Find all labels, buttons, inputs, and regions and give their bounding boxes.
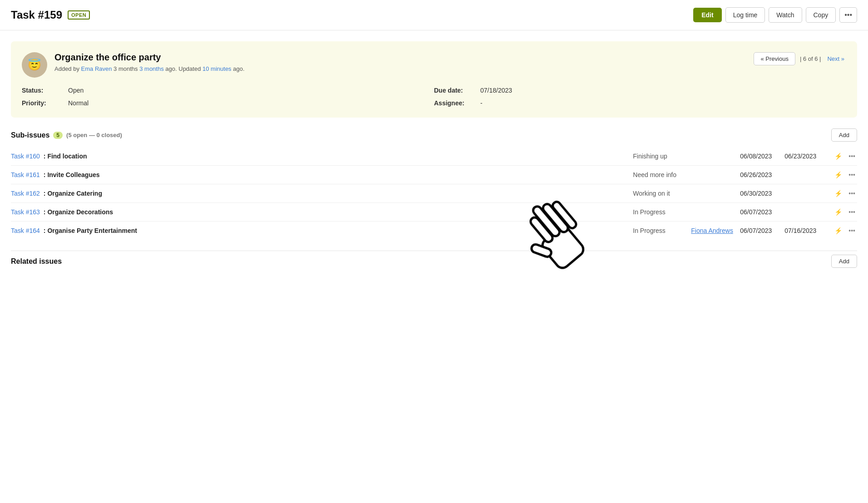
assignee-row: Assignee: - — [434, 99, 846, 107]
assignee-label: Assignee: — [434, 99, 475, 107]
more-icon: ••• — [844, 11, 852, 19]
sub-issue-title: : Find location — [44, 153, 87, 160]
link-icon: ⚡ — [834, 190, 842, 197]
sub-issue-status: Finishing up — [633, 153, 687, 160]
author-link[interactable]: Ema Raven — [81, 65, 112, 72]
sub-issue-link-icon[interactable]: ⚡ — [833, 207, 844, 217]
task-meta: Added by Ema Raven 3 months 3 months ago… — [54, 65, 245, 72]
sub-issues-header: Sub-issues 5 (5 open — 0 closed) Add — [11, 128, 857, 142]
previous-button[interactable]: « Previous — [754, 52, 795, 65]
sub-issue-title: : Organize Decorations — [44, 208, 113, 216]
sub-issue-link-icon[interactable]: ⚡ — [833, 152, 844, 161]
added-ago-link[interactable]: 3 months — [139, 65, 163, 72]
priority-value: Normal — [68, 99, 89, 107]
add-sub-issue-button[interactable]: Add — [831, 128, 857, 142]
more-icon: ••• — [848, 153, 855, 160]
sub-issue-link-icon[interactable]: ⚡ — [833, 226, 844, 235]
add-related-issue-button[interactable]: Add — [831, 255, 857, 268]
sub-issue-id-link[interactable]: Task #163 — [11, 208, 40, 216]
more-icon: ••• — [848, 190, 855, 197]
header-actions: Edit Log time Watch Copy ••• — [693, 7, 857, 23]
task-name: Organize the office party — [54, 52, 245, 63]
list-item: Task #160 : Find location Finishing up 0… — [11, 147, 857, 166]
link-icon: ⚡ — [834, 171, 842, 178]
added-ago: 3 months — [113, 65, 138, 72]
related-issues-header: Related issues Add — [11, 255, 857, 268]
updated-suffix: ago. — [233, 65, 244, 72]
task-name-area: Organize the office party Added by Ema R… — [54, 52, 245, 72]
sub-issue-more-button[interactable]: ••• — [847, 226, 857, 235]
nav-separator: | — [800, 55, 803, 62]
task-info-left: 😇 Organize the office party Added by Ema… — [22, 52, 245, 78]
more-icon: ••• — [848, 208, 855, 216]
link-icon: ⚡ — [834, 227, 842, 234]
sub-issue-more-button[interactable]: ••• — [847, 189, 857, 198]
sub-issue-title: : Organise Party Entertainment — [44, 227, 137, 234]
status-label: Status: — [22, 87, 63, 94]
task-info-card: 😇 Organize the office party Added by Ema… — [11, 41, 857, 118]
sub-issue-status: In Progress — [633, 227, 687, 234]
sub-issue-start-date: 06/26/2023 — [740, 171, 781, 178]
sub-issue-more-button[interactable]: ••• — [847, 170, 857, 179]
sub-issue-start-date: 06/07/2023 — [740, 208, 781, 216]
header-left: Task #159 OPEN — [11, 9, 90, 21]
due-date-label: Due date: — [434, 87, 475, 94]
task-navigation: « Previous | 6 of 6 | Next » — [754, 52, 846, 65]
sub-issue-actions: ⚡ ••• — [833, 152, 857, 161]
sub-issue-id-link[interactable]: Task #160 — [11, 153, 40, 160]
link-icon: ⚡ — [834, 153, 842, 160]
log-time-button[interactable]: Log time — [725, 7, 765, 23]
more-options-button[interactable]: ••• — [839, 7, 857, 23]
sub-issue-link-icon[interactable]: ⚡ — [833, 170, 844, 179]
sub-issue-title: : Organize Catering — [44, 190, 102, 197]
sub-issue-due-date: 06/23/2023 — [784, 153, 825, 160]
sub-issue-title: : Invite Colleagues — [44, 171, 100, 178]
list-item: Task #162 : Organize Catering Working on… — [11, 184, 857, 203]
page-header: Task #159 OPEN Edit Log time Watch Copy … — [0, 0, 868, 30]
next-link[interactable]: Next » — [825, 55, 846, 62]
sub-issue-more-button[interactable]: ••• — [847, 207, 857, 217]
link-icon: ⚡ — [834, 208, 842, 216]
sub-issue-due-date: 07/16/2023 — [784, 227, 825, 234]
updated-ago-link[interactable]: 10 minutes — [202, 65, 232, 72]
task-info-header: 😇 Organize the office party Added by Ema… — [22, 52, 846, 78]
related-issues-section: Related issues Add — [11, 255, 857, 268]
updated-prefix: ago. Updated — [165, 65, 202, 72]
sub-issue-status: Need more info — [633, 171, 687, 178]
sub-issue-status: Working on it — [633, 190, 687, 197]
more-icon: ••• — [848, 171, 855, 178]
list-item: Task #163 : Organize Decorations In Prog… — [11, 203, 857, 222]
related-issues-title: Related issues — [11, 257, 62, 266]
watch-button[interactable]: Watch — [769, 7, 802, 23]
sub-issue-actions: ⚡ ••• — [833, 226, 857, 235]
sub-issue-id-link[interactable]: Task #162 — [11, 190, 40, 197]
added-by-prefix: Added by — [54, 65, 79, 72]
sub-issue-status: In Progress — [633, 208, 687, 216]
sub-issues-meta: (5 open — 0 closed) — [66, 132, 122, 138]
avatar: 😇 — [22, 52, 47, 78]
task-details: Status: Open Due date: 07/18/2023 Priori… — [22, 87, 846, 107]
section-divider — [11, 251, 857, 251]
status-row: Status: Open — [22, 87, 434, 94]
nav-separator2: | — [818, 55, 821, 62]
sub-issue-id-link[interactable]: Task #161 — [11, 171, 40, 178]
sub-issues-count: 5 — [53, 132, 63, 139]
sub-issue-assignee-link[interactable]: Fiona Andrews — [691, 227, 736, 234]
sub-issue-id-link[interactable]: Task #164 — [11, 227, 40, 234]
sub-issues-section: Sub-issues 5 (5 open — 0 closed) Add Tas… — [11, 128, 857, 240]
sub-issue-actions: ⚡ ••• — [833, 189, 857, 198]
main-content: 😇 Organize the office party Added by Ema… — [0, 30, 868, 284]
edit-button[interactable]: Edit — [693, 8, 721, 22]
due-date-value: 07/18/2023 — [480, 87, 512, 94]
copy-button[interactable]: Copy — [806, 7, 836, 23]
status-badge: OPEN — [68, 10, 90, 20]
sub-issue-actions: ⚡ ••• — [833, 170, 857, 179]
sub-issues-list: Task #160 : Find location Finishing up 0… — [11, 147, 857, 240]
sub-issue-more-button[interactable]: ••• — [847, 152, 857, 161]
task-title: Task #159 — [11, 9, 62, 21]
sub-issue-link-icon[interactable]: ⚡ — [833, 189, 844, 198]
more-icon: ••• — [848, 227, 855, 234]
priority-row: Priority: Normal — [22, 99, 434, 107]
sub-issues-label: Sub-issues — [11, 131, 49, 139]
nav-count: 6 of 6 — [803, 55, 818, 62]
